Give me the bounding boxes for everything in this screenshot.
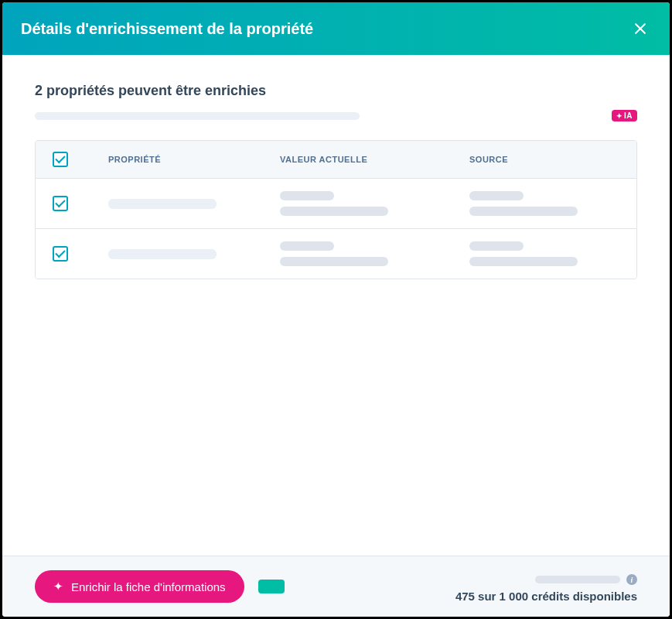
row-source-cell (469, 241, 619, 266)
description-row: IA (35, 110, 637, 121)
value-skeleton-md (280, 207, 388, 216)
credits-text: 475 sur 1 000 crédits disponibles (455, 590, 637, 603)
source-skeleton-md (469, 257, 578, 266)
table-row (36, 179, 636, 229)
table-row (36, 229, 636, 279)
modal-title: Détails d'enrichissement de la propriété (21, 20, 313, 38)
footer-skeleton (535, 576, 620, 583)
property-skeleton (108, 249, 217, 259)
footer-pill (258, 580, 285, 593)
enrich-button[interactable]: ✦ Enrichir la fiche d'informations (35, 570, 244, 603)
footer-info-row: i (455, 574, 637, 585)
col-source-header: SOURCE (469, 155, 619, 164)
enrich-button-label: Enrichir la fiche d'informations (71, 580, 226, 593)
row-property-cell (108, 249, 280, 259)
value-skeleton-sm (280, 191, 334, 200)
row-value-cell (280, 241, 469, 266)
sparkle-icon: ✦ (53, 580, 63, 593)
info-icon[interactable]: i (626, 574, 637, 585)
col-value-header: VALEUR ACTUELLE (280, 155, 469, 164)
row-checkbox-cell (53, 246, 108, 262)
close-icon (633, 21, 648, 36)
select-all-checkbox[interactable] (53, 152, 68, 167)
row-source-cell (469, 191, 619, 216)
properties-table: PROPRIÉTÉ VALEUR ACTUELLE SOURCE (35, 140, 637, 279)
row-checkbox[interactable] (53, 246, 68, 262)
value-skeleton-md (280, 257, 388, 266)
row-checkbox[interactable] (53, 196, 68, 211)
col-checkbox-header (53, 152, 108, 167)
source-skeleton-sm (469, 241, 524, 251)
footer-left: ✦ Enrichir la fiche d'informations (35, 570, 285, 603)
enrichment-subtitle: 2 propriétés peuvent être enrichies (35, 83, 637, 99)
footer-right: i 475 sur 1 000 crédits disponibles (455, 574, 637, 603)
modal-body: 2 propriétés peuvent être enrichies IA P… (2, 55, 670, 556)
description-skeleton (35, 112, 360, 120)
enrichment-modal: Détails d'enrichissement de la propriété… (2, 2, 670, 617)
table-header-row: PROPRIÉTÉ VALEUR ACTUELLE SOURCE (36, 141, 636, 179)
property-skeleton (108, 199, 217, 209)
modal-header: Détails d'enrichissement de la propriété (2, 2, 670, 55)
col-property-header: PROPRIÉTÉ (108, 155, 280, 164)
source-skeleton-md (469, 207, 578, 216)
ia-badge: IA (612, 110, 638, 121)
value-skeleton-sm (280, 241, 334, 251)
row-checkbox-cell (53, 196, 108, 211)
source-skeleton-sm (469, 191, 524, 200)
row-value-cell (280, 191, 469, 216)
close-button[interactable] (629, 18, 651, 39)
modal-footer: ✦ Enrichir la fiche d'informations i 475… (2, 556, 670, 617)
row-property-cell (108, 199, 280, 209)
